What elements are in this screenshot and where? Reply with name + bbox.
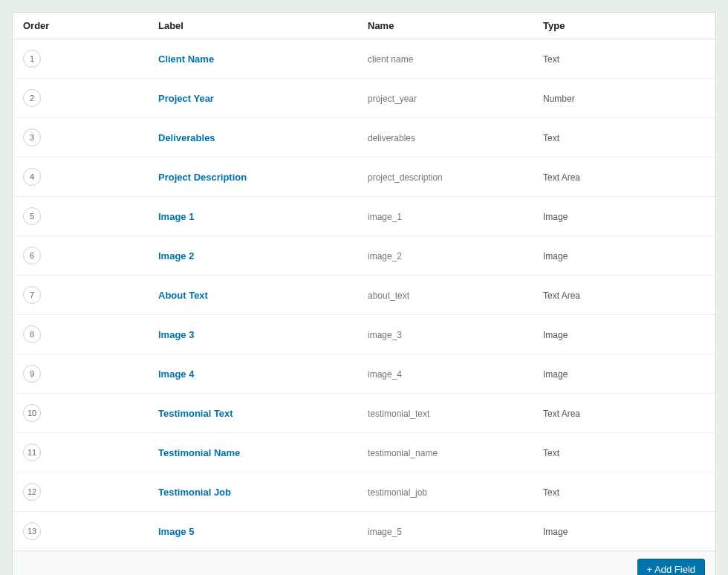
field-label-cell: Client Name [158, 53, 368, 65]
field-type-cell: Text Area [543, 290, 705, 301]
field-row[interactable]: 6Image 2image_2Image [13, 236, 715, 276]
field-row[interactable]: 10Testimonial Texttestimonial_textText A… [13, 394, 715, 433]
field-name-cell: about_text [368, 290, 543, 301]
add-field-button[interactable]: + Add Field [637, 559, 705, 575]
field-name-cell: project_description [368, 172, 543, 183]
field-type-cell: Number [543, 93, 705, 104]
field-type-cell: Image [543, 368, 705, 380]
field-type-cell: Text Area [543, 408, 705, 419]
field-label-link[interactable]: Client Name [158, 53, 214, 65]
field-label-cell: Image 4 [158, 368, 368, 380]
field-label-link[interactable]: Project Year [158, 93, 214, 104]
field-type-text: Text Area [543, 409, 580, 419]
field-label-cell: Image 5 [158, 526, 368, 537]
field-row[interactable]: 4Project Descriptionproject_descriptionT… [13, 157, 715, 197]
field-name-text: client name [368, 54, 413, 65]
field-name-text: image_4 [368, 369, 402, 380]
column-header-name: Name [368, 20, 543, 31]
field-row[interactable]: 11Testimonial Nametestimonial_nameText [13, 433, 715, 472]
order-badge[interactable]: 12 [23, 483, 41, 501]
field-label-cell: About Text [158, 290, 368, 301]
column-header-type: Type [543, 20, 705, 31]
field-row[interactable]: 8Image 3image_3Image [13, 315, 715, 354]
field-name-text: image_5 [368, 527, 402, 537]
order-badge[interactable]: 2 [23, 89, 41, 107]
field-label-link[interactable]: Deliverables [158, 132, 215, 143]
field-row[interactable]: 5Image 1image_1Image [13, 197, 715, 236]
field-order-cell: 1 [23, 50, 158, 68]
field-label-link[interactable]: Image 3 [158, 329, 194, 340]
field-order-cell: 10 [23, 404, 158, 422]
field-label-cell: Project Description [158, 172, 368, 183]
field-label-link[interactable]: Image 1 [158, 211, 194, 222]
field-name-text: project_description [368, 172, 443, 183]
field-name-cell: image_5 [368, 526, 543, 537]
field-label-link[interactable]: Image 4 [158, 368, 194, 380]
order-badge[interactable]: 10 [23, 404, 41, 422]
field-label-cell: Image 1 [158, 211, 368, 222]
field-label-link[interactable]: Testimonial Name [158, 447, 240, 458]
field-label-cell: Testimonial Text [158, 408, 368, 419]
field-type-text: Image [543, 527, 568, 537]
field-row[interactable]: 3DeliverablesdeliverablesText [13, 118, 715, 157]
field-name-cell: testimonial_name [368, 447, 543, 458]
field-name-cell: image_2 [368, 250, 543, 261]
fields-header: Order Label Name Type [13, 13, 715, 39]
field-type-cell: Image [543, 526, 705, 537]
order-badge[interactable]: 3 [23, 129, 41, 146]
order-badge[interactable]: 6 [23, 247, 41, 264]
field-type-text: Text [543, 133, 559, 143]
field-type-text: Image [543, 369, 568, 380]
field-order-cell: 11 [23, 444, 158, 461]
order-badge[interactable]: 4 [23, 168, 41, 186]
field-order-cell: 7 [23, 286, 158, 304]
field-order-cell: 8 [23, 325, 158, 343]
order-badge[interactable]: 9 [23, 365, 41, 383]
field-type-text: Text [543, 54, 559, 65]
field-row[interactable]: 2Project Yearproject_yearNumber [13, 79, 715, 118]
field-name-text: testimonial_name [368, 448, 438, 458]
field-row[interactable]: 1Client Nameclient nameText [13, 39, 715, 79]
field-type-text: Text Area [543, 172, 580, 183]
field-label-cell: Image 3 [158, 329, 368, 340]
field-name-text: image_1 [368, 212, 402, 222]
field-type-text: Text Area [543, 290, 580, 301]
field-type-cell: Image [543, 211, 705, 222]
field-label-link[interactable]: Testimonial Job [158, 487, 231, 498]
field-row[interactable]: 9Image 4image_4Image [13, 354, 715, 394]
field-order-cell: 5 [23, 207, 158, 225]
field-type-text: Image [543, 212, 568, 222]
field-name-cell: project_year [368, 93, 543, 104]
field-type-cell: Text [543, 53, 705, 65]
field-row[interactable]: 7About Textabout_textText Area [13, 276, 715, 315]
order-badge[interactable]: 11 [23, 444, 41, 461]
column-header-label: Label [158, 20, 368, 31]
order-badge[interactable]: 8 [23, 325, 41, 343]
order-badge[interactable]: 7 [23, 286, 41, 304]
field-type-cell: Text [543, 487, 705, 498]
field-name-cell: testimonial_text [368, 408, 543, 419]
field-label-cell: Deliverables [158, 132, 368, 143]
field-row[interactable]: 13Image 5image_5Image [13, 512, 715, 550]
order-badge[interactable]: 13 [23, 522, 41, 540]
field-label-link[interactable]: Testimonial Text [158, 408, 233, 419]
field-name-text: image_3 [368, 330, 402, 340]
field-label-cell: Image 2 [158, 250, 368, 261]
field-label-link[interactable]: Image 5 [158, 526, 194, 537]
order-badge[interactable]: 1 [23, 50, 41, 68]
field-type-text: Text [543, 487, 559, 498]
field-label-cell: Testimonial Name [158, 447, 368, 458]
field-label-link[interactable]: About Text [158, 290, 208, 301]
field-order-cell: 4 [23, 168, 158, 186]
field-label-link[interactable]: Project Description [158, 172, 247, 183]
field-label-cell: Project Year [158, 93, 368, 104]
field-order-cell: 3 [23, 129, 158, 146]
fields-panel: Order Label Name Type 1Client Nameclient… [12, 12, 716, 575]
order-badge[interactable]: 5 [23, 207, 41, 225]
field-label-link[interactable]: Image 2 [158, 250, 194, 261]
field-row[interactable]: 12Testimonial Jobtestimonial_jobText [13, 472, 715, 512]
field-order-cell: 6 [23, 247, 158, 264]
field-type-cell: Text [543, 132, 705, 143]
field-order-cell: 2 [23, 89, 158, 107]
field-name-text: testimonial_job [368, 487, 427, 498]
